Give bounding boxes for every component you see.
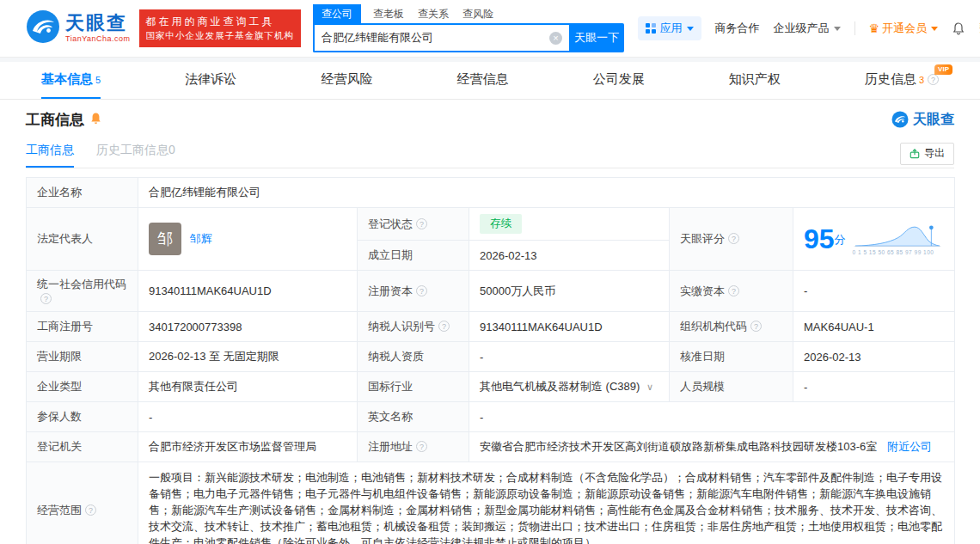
industry-text: 其他电气机械及器材制造 (C389) [480, 380, 640, 393]
label-registered-capital: 注册资本? [358, 271, 469, 312]
search-tab-risk[interactable]: 查风险 [462, 7, 493, 21]
label-taxpayer-qualification: 纳税人资质 [358, 342, 469, 372]
label-organization-code: 组织机构代码? [670, 312, 793, 342]
value-staff-size: - [793, 372, 955, 402]
tab-basic-info-label: 基本信息 [41, 71, 93, 88]
apps-grid-icon [646, 23, 656, 34]
tianyancha-logo[interactable]: 天眼查 TianYanCha.com [26, 9, 131, 47]
business-cooperation-label: 商务合作 [715, 21, 760, 36]
help-icon[interactable]: ? [750, 321, 762, 332]
search-tab-company[interactable]: 查公司 [313, 4, 361, 24]
status-badge: 存续 [480, 214, 522, 234]
registration-status-text: 登记状态 [368, 217, 413, 230]
value-establish-date: 2026-02-13 [469, 241, 670, 271]
value-business-term: 2026-02-13 至 无固定期限 [138, 342, 358, 372]
company-section-tabs: 基本信息 5 法律诉讼 经营风险 经营信息 公司发展 知识产权 历史信息 3 ?… [0, 62, 980, 100]
help-icon[interactable]: ? [438, 321, 450, 332]
label-approval-date: 核准日期 [670, 342, 793, 372]
enterprise-product-label: 企业级产品 [774, 21, 830, 36]
table-row: 营业期限 2026-02-13 至 无固定期限 纳税人资质 - 核准日期 202… [27, 342, 955, 372]
label-legal-representative: 法定代表人 [27, 208, 138, 271]
chevron-down-icon [931, 27, 938, 31]
search-input[interactable] [322, 32, 549, 45]
subscribe-bell-icon[interactable] [89, 112, 102, 128]
notification-bell-icon[interactable] [952, 21, 965, 35]
legal-rep-link[interactable]: 邹辉 [190, 231, 212, 247]
business-info-table: 企业名称 合肥亿纬锂能有限公司 法定代表人 邹 邹辉 登记状态? 存续 天眼评分… [26, 177, 955, 544]
enterprise-product-menu[interactable]: 企业级产品 [774, 21, 841, 36]
label-registration-authority: 登记机关 [27, 432, 138, 462]
score-curve-chart[interactable]: 0 1 5 15 50 65 85 97 99 100 [853, 223, 942, 255]
help-icon[interactable]: ? [928, 74, 939, 85]
tianyancha-watermark-icon [891, 111, 909, 128]
tab-history-count: 3 [919, 75, 924, 85]
subtab-business-info[interactable]: 工商信息 [26, 143, 74, 168]
business-info-section: 工商信息 天眼查 工商信息 历史工商信息0 导出 [0, 100, 980, 544]
tianyancha-logo-icon [26, 9, 60, 47]
value-organization-code: MAK64UAU-1 [793, 312, 955, 342]
label-english-name: 英文名称 [358, 402, 469, 432]
table-row: 工商注册号 340172000773398 纳税人识别号? 91340111MA… [27, 312, 955, 342]
value-business-scope: 一般项目：新兴能源技术研发；电池制造；电池销售；新材料技术研发；合成材料制造（不… [138, 462, 955, 544]
tab-legal-proceedings[interactable]: 法律诉讼 [185, 62, 236, 99]
brand-domain: TianYanCha.com [65, 35, 131, 43]
tab-basic-info[interactable]: 基本信息 5 [41, 62, 101, 99]
credit-code-text: 统一社会信用代码 [37, 278, 126, 290]
search-box: × [313, 23, 569, 52]
tab-operation-label: 经营信息 [457, 71, 509, 88]
nearby-companies-link[interactable]: 附近公司 [887, 440, 932, 453]
help-icon[interactable]: ? [728, 285, 739, 296]
table-row: 登记机关 合肥市经济开发区市场监督管理局 注册地址? 安徽省合肥市经济技术开发区… [27, 432, 955, 462]
paid-capital-text: 实缴资本 [680, 284, 725, 297]
label-company-type: 企业类型 [27, 372, 138, 402]
search-tab-boss[interactable]: 查老板 [373, 7, 404, 21]
tab-operation-info[interactable]: 经营信息 [457, 62, 509, 99]
help-icon[interactable]: ? [40, 293, 52, 304]
tab-operation-risk[interactable]: 经营风险 [321, 62, 372, 99]
value-tianyan-score: 95 分 0 1 5 15 50 65 85 97 99 100 [793, 208, 955, 271]
organization-code-text: 组织机构代码 [680, 320, 747, 333]
help-icon[interactable]: ? [728, 233, 739, 244]
brand-name: 天眼查 [65, 14, 131, 33]
business-info-subtabs: 工商信息 历史工商信息0 导出 [26, 139, 954, 168]
top-right-nav: 应用 商务合作 企业级产品 ♛ 开通会员 费米 [624, 16, 980, 40]
tab-history-label: 历史信息 [865, 71, 916, 88]
address-text: 安徽省合肥市经济技术开发区高刘街道硕放路新桥集成电路科技园研发楼103-6室 [480, 440, 877, 453]
tab-history-info[interactable]: 历史信息 3 ? VIP [865, 62, 939, 99]
legal-rep-avatar[interactable]: 邹 [149, 223, 181, 255]
search-tab-relation[interactable]: 查关系 [418, 7, 449, 21]
crown-icon: ♛ [869, 22, 880, 34]
search-button[interactable]: 天眼一下 [569, 23, 624, 52]
export-button[interactable]: 导出 [900, 143, 954, 165]
tianyancha-watermark: 天眼查 [891, 111, 954, 129]
table-row: 企业类型 其他有限责任公司 国标行业 其他电气机械及器材制造 (C389) ∨ … [27, 372, 955, 402]
divider [854, 21, 855, 35]
slogan-line-2: 国家中小企业发展子基金旗下机构 [146, 29, 295, 43]
registered-address-text: 注册地址 [368, 440, 413, 453]
apps-label: 应用 [660, 21, 683, 36]
score-number: 95 [804, 225, 835, 253]
table-row: 统一社会信用代码? 91340111MAK64UAU1D 注册资本? 50000… [27, 271, 955, 312]
label-company-name: 企业名称 [27, 178, 138, 208]
help-icon[interactable]: ? [416, 218, 427, 229]
score-unit: 分 [835, 234, 846, 245]
value-taxpayer-id: 91340111MAK64UAU1D [469, 312, 670, 342]
help-icon[interactable]: ? [416, 441, 427, 452]
search-clear-icon[interactable]: × [549, 32, 562, 45]
help-icon[interactable]: ? [85, 504, 96, 516]
open-vip-menu[interactable]: ♛ 开通会员 [869, 21, 939, 36]
business-cooperation-link[interactable]: 商务合作 [715, 21, 760, 36]
tab-company-development[interactable]: 公司发展 [593, 62, 645, 99]
value-english-name: - [469, 402, 955, 432]
label-business-term: 营业期限 [27, 342, 138, 372]
table-row: 企业名称 合肥亿纬锂能有限公司 [27, 178, 955, 208]
apps-menu[interactable]: 应用 [638, 16, 701, 40]
tab-basic-info-count: 5 [95, 75, 101, 85]
export-icon [910, 149, 920, 159]
subtab-history-business-info[interactable]: 历史工商信息0 [96, 143, 175, 168]
table-row: 经营范围? 一般项目：新兴能源技术研发；电池制造；电池销售；新材料技术研发；合成… [27, 462, 955, 544]
industry-expand-icon[interactable]: ∨ [646, 382, 653, 392]
help-icon[interactable]: ? [416, 285, 427, 296]
value-registered-address: 安徽省合肥市经济技术开发区高刘街道硕放路新桥集成电路科技园研发楼103-6室 附… [469, 432, 955, 462]
tab-intellectual-property[interactable]: 知识产权 [729, 62, 781, 99]
